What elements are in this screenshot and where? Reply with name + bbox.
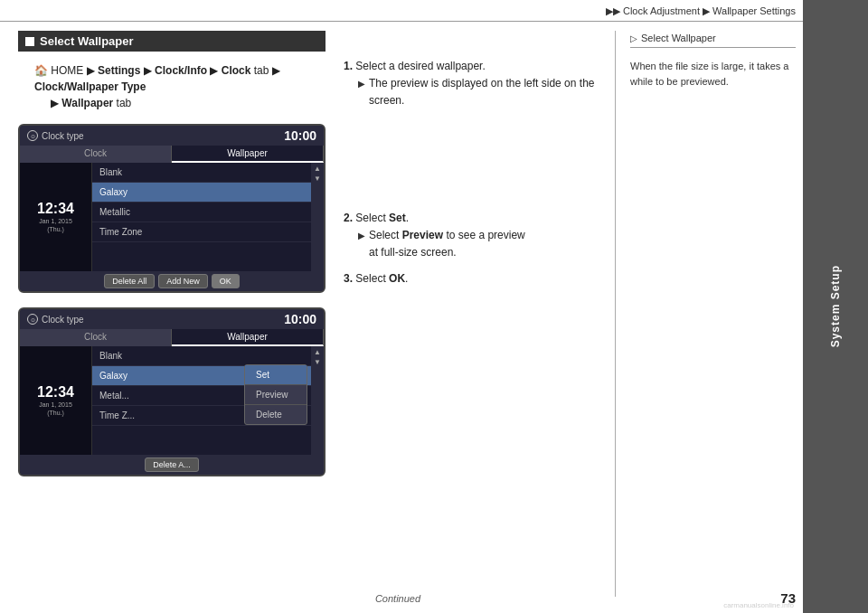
list-item-metallic[interactable]: Metallic: [92, 203, 311, 222]
popup-preview[interactable]: Preview: [245, 385, 307, 405]
clock-time-big-1: 12:34: [37, 201, 74, 217]
tab-wallpaper-2[interactable]: Wallpaper: [172, 329, 324, 346]
nav-wallpaper-tab: Wallpaper: [61, 97, 113, 109]
clock-date-1: Jan 1, 2015(Thu.): [39, 217, 72, 233]
screen-header-1: ⊙ Clock type 10:00: [20, 126, 324, 146]
btn-delete-all-1[interactable]: Delete All: [104, 274, 155, 288]
scroll-up-icon-2[interactable]: ▲: [314, 348, 321, 356]
nav-clock-tab: Clock: [222, 64, 251, 77]
list-item-blank[interactable]: Blank: [92, 163, 311, 183]
screen-mockup-2: ⊙ Clock type 10:00 Clock Wallpaper 12:34…: [18, 307, 326, 476]
screen-tabs-1: Clock Wallpaper: [20, 146, 324, 163]
step-3: 3. Select OK.: [344, 270, 597, 288]
clock-display-2: 12:34 Jan 1, 2015(Thu.): [20, 346, 92, 455]
step-1-sub-text: The preview is displayed on the left sid…: [369, 75, 597, 109]
home-icon: 🏠: [34, 64, 48, 77]
steps-column: 1. Select a desired wallpaper. ▶ The pre…: [344, 31, 597, 597]
screen-title-1: Clock type: [42, 131, 84, 141]
note-text: When the file size is large, it takes a …: [630, 59, 796, 89]
scrollbar-2: ▲ ▼: [311, 346, 324, 455]
page-header: ▶▶ Clock Adjustment ▶ Wallpaper Settings: [0, 0, 868, 22]
clock-icon: ⊙: [27, 130, 38, 141]
tab-clock-2[interactable]: Clock: [20, 329, 172, 346]
step-1-text: Select a desired wallpaper.: [355, 60, 485, 72]
screen-header-left: ⊙ Clock type: [27, 130, 84, 141]
tab-clock-1[interactable]: Clock: [20, 146, 172, 163]
step-1-arrow: ▶: [358, 77, 365, 91]
screen-mockup-1: ⊙ Clock type 10:00 Clock Wallpaper 12:34…: [18, 124, 326, 293]
step-2-text: Select Set.: [355, 212, 409, 224]
breadcrumb-text: ▶▶ Clock Adjustment ▶ Wallpaper Settings: [606, 5, 796, 17]
logo-watermark: carmanualsonline.info: [723, 601, 794, 609]
nav-clockinfo: Clock/Info: [155, 64, 207, 77]
nav-wallpaper-type: Clock/Wallpaper Type: [34, 80, 146, 93]
nav-path: 🏠 HOME ▶ Settings ▶ Clock/Info ▶ Clock t…: [18, 62, 326, 111]
section-header-square: [25, 37, 34, 46]
btn-add-new[interactable]: Add New: [158, 274, 208, 288]
right-column: ▷ Select Wallpaper When the file size is…: [615, 31, 796, 597]
logo-text: carmanualsonline.info: [723, 601, 794, 609]
step-2-num: 2.: [344, 212, 353, 224]
list-item-timezone[interactable]: Time Zone: [92, 222, 311, 242]
note-header: ▷ Select Wallpaper: [630, 33, 796, 48]
step-2-sub-text: Select Preview to see a previewat full-s…: [369, 227, 525, 261]
popup-menu: Set Preview Delete: [244, 364, 307, 425]
scroll-up-icon[interactable]: ▲: [314, 165, 321, 173]
nav-arrow-2: ▶: [210, 64, 221, 77]
note-arrow-icon: ▷: [630, 33, 637, 43]
screen-header-2: ⊙ Clock type 10:00: [20, 309, 324, 329]
nav-settings: Settings: [98, 64, 140, 77]
clock-icon-2: ⊙: [27, 314, 38, 325]
scroll-down-icon-2[interactable]: ▼: [314, 358, 321, 366]
step-2: 2. Select Set. ▶ Select Preview to see a…: [344, 210, 597, 262]
note-header-text: Select Wallpaper: [641, 33, 716, 43]
step-3-num: 3.: [344, 272, 353, 285]
screen-time-2: 10:00: [284, 312, 316, 326]
popup-set[interactable]: Set: [245, 365, 307, 385]
scrollbar-1: ▲ ▼: [311, 163, 324, 271]
side-tab: System Setup: [803, 0, 868, 613]
step-1-sub: ▶ The preview is displayed on the left s…: [344, 75, 597, 109]
list-item-blank-2[interactable]: Blank: [92, 346, 311, 366]
main-content: Select Wallpaper 🏠 HOME ▶ Settings ▶ Clo…: [0, 22, 868, 606]
btn-ok[interactable]: OK: [212, 274, 240, 288]
nav-tab-word-2: tab: [117, 97, 132, 109]
clock-date-2: Jan 1, 2015(Thu.): [39, 401, 72, 417]
step-2-sub: ▶ Select Preview to see a previewat full…: [344, 227, 597, 261]
left-column: Select Wallpaper 🏠 HOME ▶ Settings ▶ Clo…: [18, 31, 326, 597]
nav-arrow-1: ▶: [144, 64, 155, 77]
screen-header-left-2: ⊙ Clock type: [27, 314, 84, 325]
side-tab-label: System Setup: [829, 265, 842, 347]
tab-wallpaper-1[interactable]: Wallpaper: [172, 146, 324, 163]
step-1: 1. Select a desired wallpaper. ▶ The pre…: [344, 58, 597, 110]
screen-tabs-2: Clock Wallpaper: [20, 329, 324, 346]
screen-body-1: 12:34 Jan 1, 2015(Thu.) Blank Galaxy Met…: [20, 163, 324, 271]
screen-footer-2: Delete A...: [20, 455, 324, 475]
btn-delete-all-2[interactable]: Delete A...: [145, 457, 199, 472]
footer: Continued: [0, 593, 796, 604]
section-title: Select Wallpaper: [40, 34, 134, 48]
scroll-down-icon[interactable]: ▼: [314, 174, 321, 183]
breadcrumb: ▶▶ Clock Adjustment ▶ Wallpaper Settings: [606, 5, 796, 17]
nav-tab-word: tab: [254, 64, 272, 77]
clock-time-big-2: 12:34: [37, 384, 74, 401]
footer-text: Continued: [375, 593, 420, 604]
nav-arrow-4: ▶: [34, 97, 61, 109]
screen-title-2: Clock type: [42, 315, 84, 325]
screen-footer-1: Delete All Add New OK: [20, 271, 324, 291]
step-2-arrow: ▶: [358, 229, 365, 243]
screen-body-2: 12:34 Jan 1, 2015(Thu.) Blank Galaxy Met…: [20, 346, 324, 455]
screen-time-1: 10:00: [284, 128, 316, 143]
step-1-num: 1.: [344, 60, 353, 72]
screen-list-1: Blank Galaxy Metallic Time Zone: [92, 163, 311, 271]
popup-delete[interactable]: Delete: [245, 405, 307, 424]
nav-home: HOME ▶: [51, 64, 98, 77]
list-item-galaxy[interactable]: Galaxy: [92, 183, 311, 203]
clock-display-1: 12:34 Jan 1, 2015(Thu.): [20, 163, 92, 271]
nav-arrow-3: ▶: [272, 64, 280, 77]
step-3-text: Select OK.: [355, 272, 408, 285]
section-header: Select Wallpaper: [18, 31, 326, 52]
